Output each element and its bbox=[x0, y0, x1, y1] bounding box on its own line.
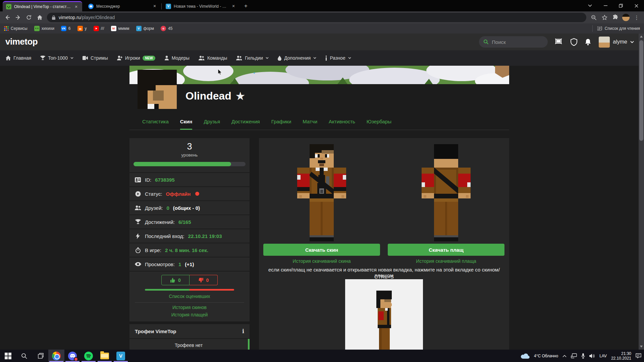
bell-icon[interactable] bbox=[585, 38, 591, 46]
vimeworld-icon: V bbox=[166, 4, 171, 9]
extensions-puzzle-icon[interactable] bbox=[610, 12, 621, 22]
reading-list-button[interactable]: Список для чтения bbox=[592, 25, 640, 32]
browser-tab-strip: Olindead | VimeTop - статистика ✕ Мессен… bbox=[0, 0, 644, 11]
page-scrollbar[interactable] bbox=[639, 34, 644, 350]
skin-download-history-link[interactable]: История скачиваний скина bbox=[263, 258, 380, 264]
reading-list-icon bbox=[597, 26, 602, 31]
close-icon[interactable]: ✕ bbox=[73, 4, 79, 9]
taskbar-spotify[interactable] bbox=[80, 350, 97, 362]
bookmark-label: /// bbox=[101, 26, 104, 31]
restore-button[interactable] bbox=[613, 0, 629, 11]
close-icon[interactable]: ✕ bbox=[231, 4, 236, 9]
browser-profile-avatar[interactable] bbox=[621, 12, 631, 22]
download-skin-button[interactable]: Скачать скин bbox=[263, 244, 380, 256]
weather-text[interactable]: 4°C Облачно bbox=[534, 354, 558, 358]
bookmark-item[interactable]: /// bbox=[94, 26, 104, 31]
user-menu[interactable]: alyme bbox=[599, 37, 634, 48]
download-cape-button[interactable]: Скачать плащ bbox=[388, 244, 504, 256]
taskbar-discord[interactable] bbox=[64, 350, 80, 362]
nav-item-teams[interactable]: Команды bbox=[199, 55, 227, 61]
language-indicator[interactable]: LAV bbox=[599, 354, 607, 358]
site-search[interactable] bbox=[479, 36, 548, 48]
window-menu-chevron-icon[interactable] bbox=[582, 0, 598, 11]
nav-item-top1000[interactable]: Топ-1000 bbox=[40, 55, 73, 61]
zoom-indicator-icon[interactable] bbox=[588, 12, 599, 22]
taskbar-chrome[interactable] bbox=[48, 350, 64, 362]
bookmark-item[interactable]: o 45 bbox=[161, 26, 172, 31]
nav-item-moders[interactable]: Модеры bbox=[164, 55, 190, 61]
forward-button[interactable] bbox=[13, 12, 23, 22]
nav-item-addons[interactable]: Дополнения bbox=[278, 55, 316, 61]
address-bar[interactable]: vimetop.ru/player/Olindead bbox=[47, 13, 586, 22]
new-tab-button[interactable]: + bbox=[241, 2, 250, 10]
skin-history-link[interactable]: История скинов bbox=[129, 305, 250, 310]
bookmark-item[interactable]: у bbox=[77, 26, 87, 31]
bookmark-label: хихихи bbox=[42, 26, 54, 31]
network-icon[interactable] bbox=[571, 353, 577, 358]
search-input[interactable] bbox=[492, 39, 539, 45]
vimeworld-launcher-icon: V bbox=[116, 352, 125, 360]
apps-shortcut[interactable]: Сервисы bbox=[4, 26, 28, 31]
streams-icon[interactable] bbox=[555, 39, 563, 45]
stat-row-achievements: Достижений: 6/165 bbox=[129, 215, 250, 229]
tab-achievements[interactable]: Достижения bbox=[231, 119, 260, 130]
tab-activity[interactable]: Активность bbox=[329, 119, 355, 130]
taskbar-vimeworld[interactable]: V bbox=[113, 350, 129, 362]
back-button[interactable] bbox=[2, 12, 13, 22]
url-host: vimetop.ru bbox=[59, 15, 80, 20]
url-path: /player/Olindead bbox=[80, 15, 115, 20]
reload-button[interactable] bbox=[23, 12, 34, 22]
cape-history-link[interactable]: История плащей bbox=[129, 312, 250, 317]
browser-tab-vimetop[interactable]: Olindead | VimeTop - статистика ✕ bbox=[3, 1, 82, 11]
taskbar-search-button[interactable] bbox=[16, 350, 32, 362]
messenger-icon bbox=[88, 4, 94, 9]
nav-item-misc[interactable]: Разное bbox=[325, 55, 351, 61]
task-view-button[interactable] bbox=[32, 350, 48, 362]
speaker-icon[interactable] bbox=[589, 354, 595, 358]
tab-statistics[interactable]: Статистика bbox=[142, 119, 169, 130]
bookmark-label: у bbox=[85, 26, 87, 31]
bookmark-item[interactable]: V форм bbox=[136, 26, 154, 31]
close-window-button[interactable] bbox=[629, 0, 644, 11]
skin-side-viewer[interactable] bbox=[345, 279, 423, 350]
raters-list-link[interactable]: Список оценивших bbox=[129, 294, 250, 299]
info-icon[interactable]: i bbox=[242, 328, 244, 335]
browser-menu-icon[interactable]: ⋮ bbox=[631, 12, 642, 22]
tray-expand-icon[interactable] bbox=[562, 355, 567, 357]
microphone-icon[interactable] bbox=[581, 353, 585, 359]
bookmark-item[interactable]: VK 6 bbox=[61, 26, 71, 31]
tab-friends[interactable]: Друзья bbox=[204, 119, 220, 130]
site-nav: Главная Топ-1000 Стримы Игроки NEW Модер… bbox=[0, 50, 644, 66]
bookmark-item[interactable]: хихихи bbox=[34, 26, 54, 31]
nav-item-players[interactable]: Игроки NEW bbox=[117, 55, 155, 61]
start-button[interactable] bbox=[0, 350, 16, 362]
scrollbar-thumb[interactable] bbox=[639, 40, 643, 141]
close-icon[interactable]: ✕ bbox=[152, 4, 157, 9]
users-icon bbox=[236, 56, 242, 60]
nav-item-streams[interactable]: Стримы bbox=[83, 55, 108, 61]
nav-item-guilds[interactable]: Гильдии bbox=[236, 55, 269, 61]
taskbar-explorer[interactable] bbox=[97, 350, 113, 362]
home-button[interactable] bbox=[34, 12, 45, 22]
nav-item-home[interactable]: Главная bbox=[6, 55, 31, 61]
browser-tab-messenger[interactable]: Мессенджер ✕ bbox=[85, 1, 161, 11]
browser-tab-vimeworld[interactable]: V Новая тема - VimeWorld - Фору ✕ bbox=[162, 1, 239, 11]
scroll-up-icon[interactable] bbox=[640, 36, 643, 38]
bookmark-star-icon[interactable] bbox=[599, 12, 610, 22]
tab-userbars[interactable]: Юзербары bbox=[367, 119, 391, 130]
tab-charts[interactable]: Графики bbox=[271, 119, 291, 130]
skin-front-render bbox=[297, 144, 346, 241]
action-center-icon[interactable] bbox=[636, 353, 641, 358]
shield-icon[interactable] bbox=[571, 38, 577, 46]
clock[interactable]: 21:30 22.10.2021 bbox=[611, 351, 631, 361]
user-avatar bbox=[599, 37, 610, 48]
scroll-down-icon[interactable] bbox=[640, 346, 643, 348]
tab-skin[interactable]: Скин bbox=[180, 119, 193, 130]
bookmark-item[interactable]: M мммм bbox=[111, 26, 129, 31]
like-button[interactable]: 0 bbox=[161, 275, 190, 285]
dislike-button[interactable]: 0 bbox=[190, 275, 218, 285]
minimize-button[interactable] bbox=[598, 0, 613, 11]
tab-matches[interactable]: Матчи bbox=[303, 119, 317, 130]
cape-download-history-link[interactable]: История скачиваний плаща bbox=[388, 258, 504, 264]
site-logo[interactable]: vimetop bbox=[5, 37, 38, 47]
